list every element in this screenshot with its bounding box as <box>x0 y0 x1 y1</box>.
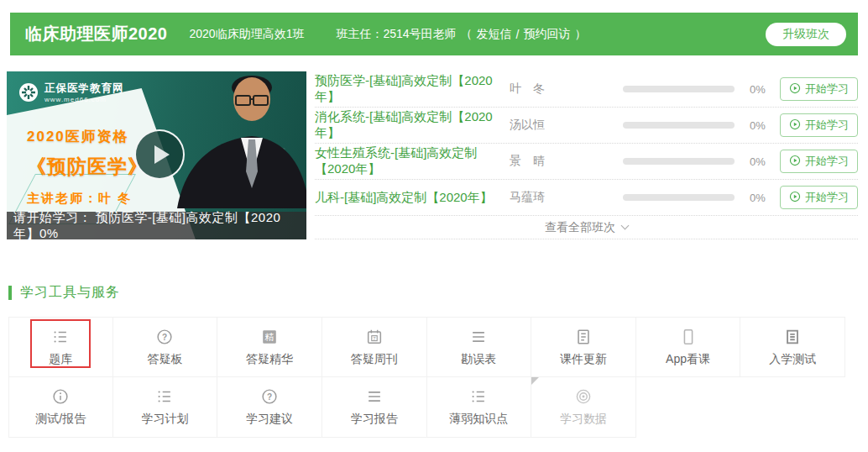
start-learning-button[interactable]: 开始学习 <box>780 150 858 173</box>
tool-label: 学习报告 <box>351 412 398 427</box>
course-progress-bar <box>623 86 735 92</box>
play-circle-icon <box>789 118 801 133</box>
svg-text:7: 7 <box>373 335 375 340</box>
page-title: 临床助理医师2020 <box>25 23 168 45</box>
question-circle-icon: ? <box>260 387 279 406</box>
tool-item[interactable]: 勘误表 <box>427 317 532 377</box>
tool-label: 测试/报告 <box>35 412 86 427</box>
course-list: 预防医学-[基础]高效定制【2020年】 叶 冬 0% 开始学习 消化系统-[基… <box>315 71 858 239</box>
course-video-thumbnail[interactable]: 正保医学教育网 www.med66.com 2020医师资格 《预防医学》 主讲… <box>7 71 306 239</box>
tools-grid: 题库 ? 答疑板 精 答疑精华 7 答疑周刊 勘误表 课件更新 App看课 入学… <box>8 317 845 438</box>
brand-name: 正保医学教育网 <box>44 81 124 96</box>
tool-label: 题库 <box>49 352 72 367</box>
view-all-label: 查看全部班次 <box>545 220 615 235</box>
course-progress-percent: 0% <box>750 83 780 96</box>
tools-section: 学习工具与服务 题库 ? 答疑板 精 答疑精华 7 答疑周刊 勘误表 课件更新 … <box>8 284 845 438</box>
tool-label: 勘误表 <box>461 352 496 367</box>
course-teacher: 汤以恒 <box>510 118 623 133</box>
chevron-down-icon <box>621 222 630 230</box>
tool-label: 薄弱知识点 <box>449 412 508 427</box>
target-icon <box>574 387 593 406</box>
start-learning-label: 开始学习 <box>805 154 849 169</box>
tool-label: 学习建议 <box>246 412 293 427</box>
med66-logo-icon <box>18 82 39 102</box>
upgrade-class-button[interactable]: 升级班次 <box>766 23 846 46</box>
send-sms-link[interactable]: 发短信 <box>477 27 512 42</box>
course-name-link[interactable]: 预防医学-[基础]高效定制【2020年】 <box>315 73 510 105</box>
tool-item[interactable]: 题库 <box>8 317 113 377</box>
start-learning-button[interactable]: 开始学习 <box>780 77 858 101</box>
start-learning-label: 开始学习 <box>805 81 849 97</box>
question-circle-icon: ? <box>155 328 174 346</box>
course-progress-percent: 0% <box>750 155 780 168</box>
lines-icon <box>469 328 488 346</box>
tool-item[interactable]: 学习数据 <box>531 377 636 438</box>
brand-logo: 正保医学教育网 www.med66.com <box>18 81 124 103</box>
instructor-photo <box>170 71 306 212</box>
tool-label: 学习计划 <box>141 412 188 427</box>
tool-label: 学习数据 <box>560 412 607 427</box>
start-learning-button[interactable]: 开始学习 <box>780 186 858 209</box>
course-progress-percent: 0% <box>750 119 780 132</box>
tool-item[interactable]: ? 答疑板 <box>113 317 218 377</box>
list-icon <box>469 387 488 406</box>
course-progress-percent: 0% <box>750 192 780 204</box>
tool-item[interactable]: 7 答疑周刊 <box>322 317 427 377</box>
tool-item[interactable]: 薄弱知识点 <box>427 377 532 438</box>
tool-item[interactable]: ? 学习建议 <box>217 377 322 438</box>
tools-title-text: 学习工具与服务 <box>20 284 120 302</box>
svg-text:?: ? <box>162 332 167 341</box>
corner-fold-icon <box>531 377 539 385</box>
course-teacher: 马蕴琦 <box>510 190 623 205</box>
start-learning-label: 开始学习 <box>805 190 849 205</box>
tool-label: 答疑板 <box>147 352 182 367</box>
tool-item[interactable]: 学习报告 <box>322 377 427 438</box>
slash-divider: / <box>516 28 520 41</box>
jing-badge-icon: 精 <box>260 328 279 346</box>
course-progress-bar <box>623 194 735 201</box>
play-circle-icon <box>789 155 801 169</box>
tool-label: App看课 <box>666 352 710 367</box>
thumb-line-year: 2020医师资格 <box>27 127 148 146</box>
course-teacher: 叶 冬 <box>510 81 623 97</box>
course-name-link[interactable]: 儿科-[基础]高效定制【2020年】 <box>315 190 510 206</box>
start-learning-button[interactable]: 开始学习 <box>780 113 858 137</box>
list-icon <box>155 387 174 406</box>
course-progress-bar <box>623 122 735 129</box>
course-row: 儿科-[基础]高效定制【2020年】 马蕴琦 0% 开始学习 <box>315 180 858 216</box>
course-dashboard-page: 临床助理医师2020 2020临床助理高效1班 班主任：2514号田老师 （ 发… <box>0 0 868 452</box>
course-progress-bar <box>623 158 735 165</box>
course-name-link[interactable]: 消化系统-[基础]高效定制【2020年】 <box>315 109 510 141</box>
tool-label: 答疑精华 <box>246 352 293 367</box>
play-button[interactable] <box>134 129 185 180</box>
tools-section-title: 学习工具与服务 <box>8 284 845 302</box>
tool-item[interactable]: 课件更新 <box>531 317 636 377</box>
reserve-callback-link[interactable]: 预约回访 <box>523 27 570 42</box>
tool-item[interactable]: 入学测试 <box>740 317 845 377</box>
paren-open: （ <box>461 27 473 42</box>
tool-label: 课件更新 <box>560 352 607 367</box>
calendar-7-icon: 7 <box>365 328 384 346</box>
thumb-line-teacher: 主讲老师：叶 冬 <box>27 191 148 207</box>
view-all-classes[interactable]: 查看全部班次 <box>315 216 858 239</box>
list-icon <box>51 328 70 346</box>
course-teacher: 景 晴 <box>510 154 623 169</box>
class-header-bar: 临床助理医师2020 2020临床助理高效1班 班主任：2514号田老师 （ 发… <box>10 13 858 55</box>
manager-label: 班主任：2514号田老师 <box>336 27 456 42</box>
course-name-link[interactable]: 女性生殖系统-[基础]高效定制【2020年】 <box>315 145 510 177</box>
tool-item[interactable]: 精 答疑精华 <box>217 317 322 377</box>
info-circle-icon <box>51 387 70 406</box>
tool-item[interactable]: 测试/报告 <box>8 377 113 438</box>
tool-item[interactable]: App看课 <box>636 317 741 377</box>
start-learning-label: 开始学习 <box>805 118 849 133</box>
course-row: 预防医学-[基础]高效定制【2020年】 叶 冬 0% 开始学习 <box>315 71 858 108</box>
play-icon <box>154 145 170 164</box>
tool-item[interactable]: 学习计划 <box>113 377 218 438</box>
svg-text:?: ? <box>267 392 272 402</box>
course-row: 女性生殖系统-[基础]高效定制【2020年】 景 晴 0% 开始学习 <box>315 144 858 180</box>
paren-close: ） <box>574 27 586 42</box>
document-icon <box>574 328 593 346</box>
class-manager-info: 班主任：2514号田老师 （ 发短信 / 预约回访 ） <box>336 27 586 42</box>
tool-label: 入学测试 <box>769 352 816 367</box>
brand-url: www.med66.com <box>44 96 124 103</box>
